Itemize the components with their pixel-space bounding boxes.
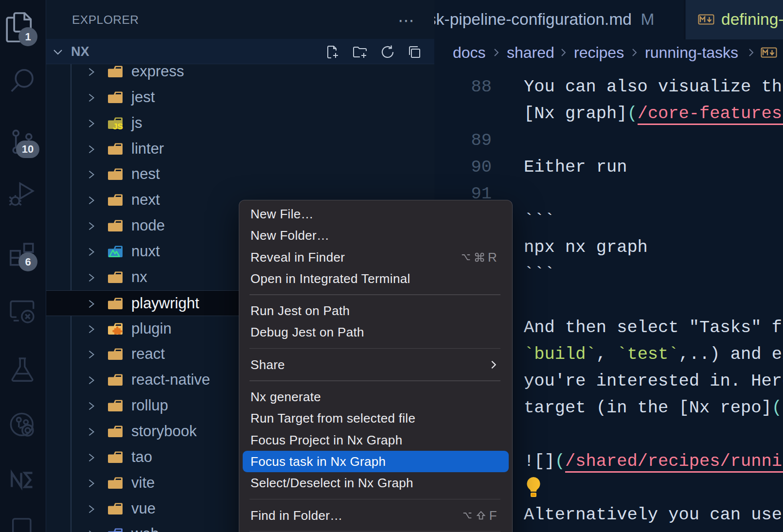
svg-text:JS: JS [113, 122, 123, 129]
